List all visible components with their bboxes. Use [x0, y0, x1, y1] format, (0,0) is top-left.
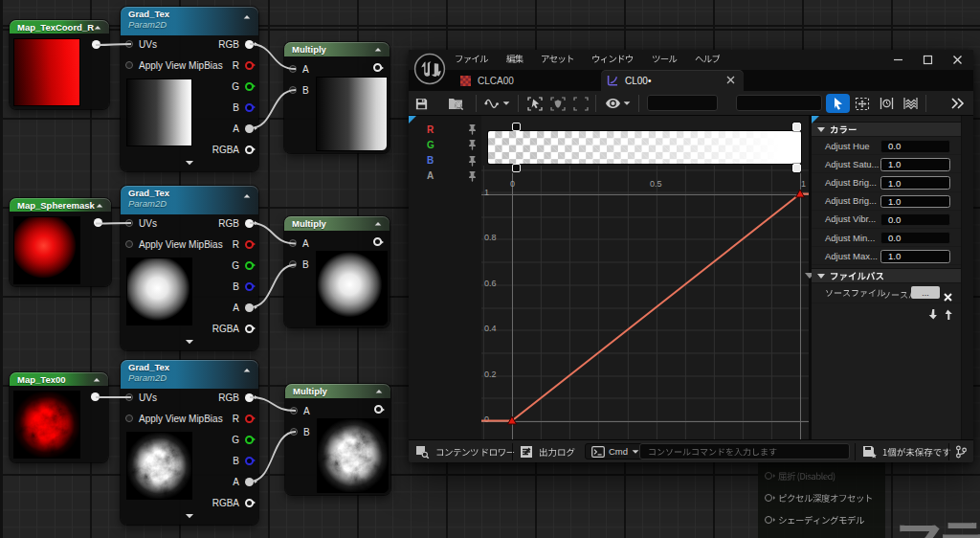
output-row-rgba[interactable]: RGBA — [212, 143, 254, 156]
output-pin-b[interactable] — [245, 282, 254, 291]
node-header[interactable]: Grad_Tex Param2D — [121, 360, 258, 389]
save-button[interactable] — [414, 97, 429, 111]
tab-cl00-active[interactable]: CL00• — [601, 70, 744, 91]
section-header-color[interactable]: カラー — [812, 122, 973, 137]
node-header[interactable]: Map_Tex00 — [10, 372, 108, 386]
pin-icon[interactable] — [468, 123, 477, 135]
time-snap-button[interactable] — [880, 97, 894, 110]
node-header[interactable]: Multiply — [284, 42, 390, 56]
input-row[interactable]: Apply View MipBias — [125, 58, 223, 72]
input-pin[interactable] — [125, 219, 133, 227]
material-input-pin-row[interactable] — [758, 530, 885, 538]
output-row-g[interactable]: G — [232, 258, 254, 272]
section-header-filepath[interactable]: ファイルパス — [812, 268, 973, 283]
chevron-down-icon[interactable] — [623, 101, 631, 106]
value-snap-button[interactable] — [902, 97, 919, 110]
key-handle-start-top[interactable] — [512, 123, 521, 131]
input-pin[interactable] — [290, 407, 298, 415]
menu-tools[interactable]: ツール — [652, 52, 678, 69]
key-time-field[interactable] — [647, 95, 718, 111]
output-pin-r[interactable] — [245, 61, 254, 70]
collapse-chevron-icon[interactable] — [243, 193, 251, 198]
output-pin-rgba[interactable] — [245, 499, 254, 507]
property-value-field[interactable]: 0.0 — [880, 140, 950, 153]
curve-plot[interactable] — [481, 116, 809, 439]
output-row-rgba[interactable]: RGBA — [212, 322, 254, 335]
output-row-b[interactable]: B — [233, 280, 254, 293]
output-pin-r[interactable] — [245, 415, 254, 423]
menu-file[interactable]: ファイル — [455, 52, 489, 69]
output-row-r[interactable]: R — [233, 58, 254, 72]
output-pin-rgb[interactable] — [245, 219, 254, 228]
curve-type-button[interactable] — [484, 97, 501, 110]
pin-icon[interactable] — [468, 139, 477, 150]
output-pin-r[interactable] — [245, 240, 254, 249]
output-pin-rgb[interactable] — [245, 40, 254, 49]
select-mode-button-active[interactable] — [826, 94, 850, 113]
menu-edit[interactable]: 編集 — [506, 52, 523, 69]
input-pin[interactable] — [125, 393, 133, 401]
content-drawer-button[interactable]: コンテンツ ドロワー — [415, 440, 515, 463]
collapse-chevron-icon[interactable] — [375, 389, 383, 393]
input-row[interactable]: UVs — [125, 37, 157, 51]
collapse-chevron-icon[interactable] — [374, 47, 382, 52]
material-input-pin-row[interactable]: シェーディングモデル — [758, 508, 885, 530]
expand-chevron-icon[interactable] — [185, 152, 194, 169]
output-pin-rgba[interactable] — [245, 146, 254, 154]
input-row[interactable]: UVs — [125, 391, 157, 404]
property-value-field[interactable]: 1.0 — [880, 195, 950, 209]
node-map-tex00[interactable]: Map_Tex00 — [10, 372, 108, 462]
channel-row-r[interactable]: R — [409, 123, 481, 137]
more-tools-chevrons-button[interactable] — [950, 98, 965, 109]
output-pin-a[interactable] — [245, 478, 254, 486]
output-row-r[interactable]: R — [233, 412, 254, 425]
node-multiply-1[interactable]: Multiply AB — [284, 42, 390, 153]
node-header[interactable]: Map_Spheremask — [10, 198, 111, 212]
console-command-input[interactable]: コンソールコマンドを入力します — [639, 443, 850, 460]
key-handle-start-bottom[interactable] — [512, 164, 521, 172]
input-row[interactable]: B — [290, 425, 310, 438]
node-multiply-2[interactable]: Multiply AB — [284, 216, 390, 327]
output-pin-a[interactable] — [245, 303, 254, 312]
minimize-button[interactable] — [887, 52, 908, 69]
collapse-chevron-icon[interactable] — [243, 14, 251, 19]
input-row[interactable]: A — [290, 404, 310, 417]
input-row[interactable]: B — [289, 258, 309, 271]
output-pin-g[interactable] — [245, 436, 254, 444]
input-pin[interactable] — [290, 428, 298, 436]
node-grad-tex-2[interactable]: Grad_Tex Param2D UVsApply View MipBiasRG… — [121, 186, 258, 350]
output-pin[interactable] — [94, 218, 102, 227]
tab-clca00[interactable]: CLCA00 — [455, 70, 555, 91]
property-value-field[interactable]: 0.0 — [880, 213, 950, 227]
output-row-a[interactable]: A — [233, 122, 254, 135]
node-grad-tex-1[interactable]: Grad_Tex Param2D UVsApply View MipBiasRG… — [121, 7, 258, 171]
maximize-button[interactable] — [917, 52, 938, 69]
output-row-g[interactable]: G — [232, 433, 254, 446]
collapse-chevron-icon[interactable] — [243, 368, 251, 372]
menu-help[interactable]: ヘルプ — [695, 52, 721, 69]
input-pin[interactable] — [125, 61, 133, 69]
move-down-icon[interactable] — [928, 306, 938, 324]
output-pin[interactable] — [373, 63, 382, 72]
input-row[interactable]: Apply View MipBias — [125, 412, 223, 425]
cmd-dropdown[interactable]: Cmd — [585, 443, 646, 460]
collapse-chevron-icon[interactable] — [94, 25, 101, 30]
output-pin-b[interactable] — [245, 457, 254, 465]
output-row-rgb[interactable]: RGB — [218, 391, 254, 404]
pin-icon[interactable] — [468, 170, 477, 182]
output-pin-g[interactable] — [245, 82, 254, 91]
chevron-down-icon[interactable] — [502, 101, 510, 106]
input-row[interactable]: A — [289, 236, 309, 250]
node-map-spheremask[interactable]: Map_Spheremask — [10, 198, 111, 286]
collapse-chevron-icon[interactable] — [374, 221, 382, 226]
key-value-field[interactable] — [736, 95, 822, 111]
scrollbar-track[interactable] — [961, 116, 973, 439]
close-button[interactable] — [947, 52, 968, 69]
browse-to-asset-button[interactable] — [448, 97, 464, 111]
output-row-b[interactable]: B — [233, 454, 254, 467]
material-input-pin-row[interactable]: ピクセル深度オフセット — [758, 486, 885, 508]
output-pin[interactable] — [374, 405, 383, 414]
output-pin-g[interactable] — [245, 261, 254, 270]
expand-chevron-icon[interactable] — [185, 505, 194, 523]
collapse-chevron-icon[interactable] — [93, 377, 100, 382]
